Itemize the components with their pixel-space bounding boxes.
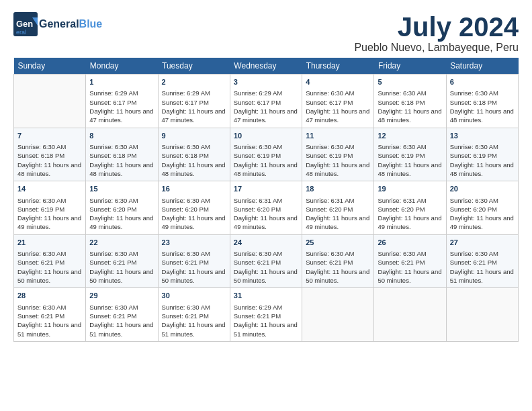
daylight-text: Daylight: 11 hours and 51 minutes.	[234, 321, 298, 337]
sunrise-text: Sunrise: 6:30 AM	[234, 143, 282, 150]
daylight-text: Daylight: 11 hours and 50 minutes.	[162, 268, 226, 284]
sunrise-text: Sunrise: 6:30 AM	[17, 197, 66, 204]
daylight-text: Daylight: 11 hours and 48 minutes.	[234, 161, 298, 177]
calendar-cell: 8Sunrise: 6:30 AMSunset: 6:18 PMDaylight…	[86, 128, 158, 181]
sunrise-text: Sunrise: 6:31 AM	[378, 197, 426, 204]
sunrise-text: Sunrise: 6:30 AM	[450, 143, 498, 150]
daylight-text: Daylight: 11 hours and 49 minutes.	[162, 214, 226, 230]
day-number: 12	[378, 131, 442, 141]
calendar-cell: 6Sunrise: 6:30 AMSunset: 6:18 PMDaylight…	[446, 75, 518, 128]
sunset-text: Sunset: 6:17 PM	[162, 99, 209, 106]
header-cell-tuesday: Tuesday	[158, 58, 230, 75]
day-number: 29	[89, 291, 154, 301]
sunrise-text: Sunrise: 6:30 AM	[89, 143, 138, 150]
sunset-text: Sunset: 6:21 PM	[89, 259, 136, 266]
calendar-week-row: 14Sunrise: 6:30 AMSunset: 6:19 PMDayligh…	[14, 181, 519, 235]
day-number: 23	[162, 238, 226, 248]
day-number: 16	[162, 184, 226, 194]
sunrise-text: Sunrise: 6:30 AM	[89, 250, 138, 257]
sunrise-text: Sunrise: 6:30 AM	[306, 143, 354, 150]
sunrise-text: Sunrise: 6:30 AM	[306, 250, 354, 257]
header-cell-thursday: Thursday	[302, 58, 374, 75]
calendar-cell: 1Sunrise: 6:29 AMSunset: 6:17 PMDaylight…	[86, 75, 158, 128]
calendar-cell: 16Sunrise: 6:30 AMSunset: 6:20 PMDayligh…	[158, 181, 230, 235]
daylight-text: Daylight: 11 hours and 49 minutes.	[89, 214, 153, 230]
sunset-text: Sunset: 6:19 PM	[306, 152, 353, 159]
sunrise-text: Sunrise: 6:30 AM	[162, 143, 210, 150]
daylight-text: Daylight: 11 hours and 50 minutes.	[378, 268, 441, 284]
sunset-text: Sunset: 6:18 PM	[378, 99, 425, 106]
calendar-cell: 4Sunrise: 6:30 AMSunset: 6:17 PMDaylight…	[302, 75, 374, 128]
sunset-text: Sunset: 6:21 PM	[234, 259, 281, 266]
sunset-text: Sunset: 6:21 PM	[306, 259, 353, 266]
sunset-text: Sunset: 6:20 PM	[234, 205, 281, 213]
sunset-text: Sunset: 6:20 PM	[162, 205, 209, 213]
calendar-cell: 28Sunrise: 6:30 AMSunset: 6:21 PMDayligh…	[14, 288, 86, 342]
day-number: 24	[234, 238, 298, 248]
sunrise-text: Sunrise: 6:30 AM	[450, 89, 498, 97]
sunset-text: Sunset: 6:21 PM	[162, 259, 209, 266]
daylight-text: Daylight: 11 hours and 50 minutes.	[306, 268, 369, 284]
day-number: 8	[89, 131, 154, 141]
calendar-cell: 18Sunrise: 6:31 AMSunset: 6:20 PMDayligh…	[302, 181, 374, 235]
daylight-text: Daylight: 11 hours and 51 minutes.	[17, 321, 81, 337]
header-cell-saturday: Saturday	[446, 58, 518, 75]
calendar-cell: 20Sunrise: 6:30 AMSunset: 6:20 PMDayligh…	[446, 181, 518, 235]
header-cell-monday: Monday	[86, 58, 158, 75]
calendar-cell: 11Sunrise: 6:30 AMSunset: 6:19 PMDayligh…	[302, 128, 374, 181]
day-number: 14	[17, 184, 82, 194]
sunrise-text: Sunrise: 6:30 AM	[162, 304, 210, 311]
day-number: 10	[234, 131, 298, 141]
day-number: 6	[450, 77, 515, 87]
sunrise-text: Sunrise: 6:30 AM	[162, 250, 210, 257]
calendar-cell: 24Sunrise: 6:30 AMSunset: 6:21 PMDayligh…	[230, 234, 302, 288]
sunset-text: Sunset: 6:21 PM	[89, 312, 136, 320]
calendar-cell: 30Sunrise: 6:30 AMSunset: 6:21 PMDayligh…	[158, 288, 230, 342]
daylight-text: Daylight: 11 hours and 47 minutes.	[234, 107, 298, 124]
day-number: 9	[162, 131, 226, 141]
sunrise-text: Sunrise: 6:29 AM	[162, 89, 210, 97]
sunset-text: Sunset: 6:17 PM	[89, 99, 136, 106]
calendar-cell	[446, 288, 518, 342]
logo-name: GeneralBlue	[39, 18, 102, 30]
calendar-cell: 5Sunrise: 6:30 AMSunset: 6:18 PMDaylight…	[374, 75, 446, 128]
daylight-text: Daylight: 11 hours and 47 minutes.	[89, 107, 153, 124]
sunrise-text: Sunrise: 6:29 AM	[89, 89, 138, 97]
daylight-text: Daylight: 11 hours and 49 minutes.	[306, 214, 369, 230]
day-number: 1	[89, 77, 154, 87]
calendar-week-row: 1Sunrise: 6:29 AMSunset: 6:17 PMDaylight…	[14, 75, 519, 128]
sunrise-text: Sunrise: 6:30 AM	[378, 89, 426, 97]
day-number: 22	[89, 238, 154, 248]
sunset-text: Sunset: 6:21 PM	[234, 312, 281, 320]
sunset-text: Sunset: 6:18 PM	[450, 99, 497, 106]
daylight-text: Daylight: 11 hours and 49 minutes.	[17, 214, 81, 230]
svg-text:eral: eral	[16, 29, 26, 36]
calendar-cell: 27Sunrise: 6:30 AMSunset: 6:21 PMDayligh…	[446, 234, 518, 288]
calendar-cell: 17Sunrise: 6:31 AMSunset: 6:20 PMDayligh…	[230, 181, 302, 235]
subtitle: Pueblo Nuevo, Lambayeque, Peru	[354, 42, 519, 54]
sunrise-text: Sunrise: 6:30 AM	[450, 197, 498, 204]
sunset-text: Sunset: 6:20 PM	[306, 205, 353, 213]
calendar-cell: 15Sunrise: 6:30 AMSunset: 6:20 PMDayligh…	[86, 181, 158, 235]
sunrise-text: Sunrise: 6:29 AM	[234, 89, 282, 97]
sunrise-text: Sunrise: 6:30 AM	[450, 250, 498, 257]
daylight-text: Daylight: 11 hours and 51 minutes.	[450, 268, 514, 284]
sunset-text: Sunset: 6:17 PM	[234, 99, 281, 106]
svg-text:Gen: Gen	[16, 19, 33, 29]
daylight-text: Daylight: 11 hours and 51 minutes.	[162, 321, 226, 337]
daylight-text: Daylight: 11 hours and 49 minutes.	[450, 214, 514, 230]
sunset-text: Sunset: 6:21 PM	[378, 259, 425, 266]
day-number: 15	[89, 184, 154, 194]
day-number: 17	[234, 184, 298, 194]
sunrise-text: Sunrise: 6:30 AM	[17, 304, 66, 311]
header-cell-wednesday: Wednesday	[230, 58, 302, 75]
day-number: 3	[234, 77, 298, 87]
daylight-text: Daylight: 11 hours and 49 minutes.	[378, 214, 441, 230]
sunrise-text: Sunrise: 6:30 AM	[162, 197, 210, 204]
sunrise-text: Sunrise: 6:30 AM	[234, 250, 282, 257]
calendar-cell: 22Sunrise: 6:30 AMSunset: 6:21 PMDayligh…	[86, 234, 158, 288]
sunset-text: Sunset: 6:20 PM	[450, 205, 497, 213]
daylight-text: Daylight: 11 hours and 48 minutes.	[17, 161, 81, 177]
day-number: 2	[162, 77, 226, 87]
calendar-cell	[374, 288, 446, 342]
